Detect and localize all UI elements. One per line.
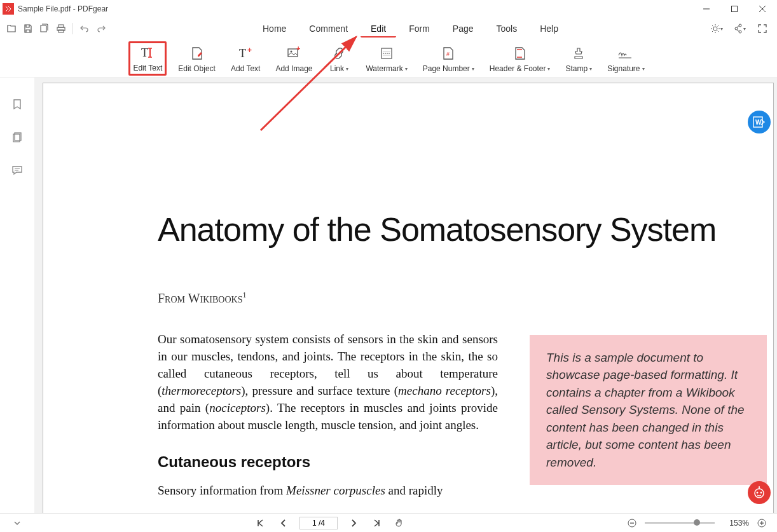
- prev-page-button[interactable]: [277, 516, 291, 530]
- edit-text-icon: T: [140, 44, 155, 61]
- svg-point-18: [735, 27, 738, 30]
- save-all-button[interactable]: [37, 21, 52, 36]
- last-page-button[interactable]: [369, 516, 383, 530]
- stamp-button[interactable]: Stamp▾: [561, 43, 596, 76]
- edit-object-button[interactable]: Edit Object: [174, 43, 219, 76]
- header-footer-icon: [513, 45, 527, 62]
- svg-text:+: +: [296, 46, 300, 52]
- edit-text-label: Edit Text: [133, 64, 162, 72]
- svg-point-44: [757, 492, 759, 494]
- fullscreen-button[interactable]: [754, 20, 771, 37]
- add-text-button[interactable]: T+ Add Text: [227, 43, 264, 76]
- link-label: Link: [330, 64, 344, 73]
- convert-to-word-button[interactable]: W: [748, 111, 771, 133]
- zoom-in-button[interactable]: [755, 517, 768, 529]
- status-bar: 153%: [0, 513, 777, 532]
- watermark-icon: [380, 45, 394, 62]
- signature-icon: [617, 45, 634, 62]
- svg-point-8: [713, 27, 717, 31]
- menu-item-home[interactable]: Home: [252, 20, 296, 38]
- app-icon: [3, 3, 14, 15]
- svg-line-14: [718, 31, 719, 32]
- add-text-label: Add Text: [231, 64, 260, 73]
- print-button[interactable]: [53, 21, 69, 36]
- page-number-input[interactable]: [299, 517, 338, 529]
- save-button[interactable]: [20, 21, 36, 36]
- link-button[interactable]: Link▾: [324, 43, 354, 76]
- svg-rect-5: [58, 25, 64, 27]
- svg-line-16: [718, 25, 719, 27]
- header-footer-button[interactable]: Header & Footer▾: [486, 43, 554, 76]
- edit-text-button[interactable]: T Edit Text: [128, 41, 167, 76]
- edit-object-label: Edit Object: [178, 64, 216, 73]
- menu-item-form[interactable]: Form: [399, 20, 440, 38]
- brightness-button[interactable]: ▾: [708, 20, 725, 37]
- sidebar-collapse-button[interactable]: [10, 516, 24, 530]
- bookmarks-panel-button[interactable]: [8, 95, 26, 113]
- svg-point-43: [755, 489, 764, 498]
- close-button[interactable]: [755, 2, 769, 16]
- document-title: Anatomy of the Somatosensory System: [43, 121, 773, 249]
- stamp-label: Stamp: [565, 64, 588, 73]
- menu-row: HomeCommentEditFormPageToolsHelp ▾ ▾: [0, 18, 777, 39]
- svg-text:T: T: [141, 46, 148, 59]
- left-sidebar: [0, 78, 34, 513]
- svg-point-47: [759, 486, 760, 488]
- share-button[interactable]: ▾: [731, 20, 748, 37]
- document-subtitle: From Wikibooks1: [43, 249, 773, 306]
- stamp-icon: [572, 45, 586, 62]
- document-canvas[interactable]: Anatomy of the Somatosensory System From…: [34, 78, 777, 513]
- edit-object-icon: [190, 45, 204, 62]
- svg-line-15: [712, 31, 713, 32]
- ai-assistant-button[interactable]: [748, 481, 771, 504]
- redo-button[interactable]: [93, 21, 109, 36]
- svg-text:T: T: [239, 47, 246, 60]
- page-number-label: Page Number: [423, 64, 470, 73]
- menu-item-help[interactable]: Help: [530, 20, 568, 38]
- window-title: Sample File.pdf - PDFgear: [18, 4, 699, 13]
- section-heading: Cutaneous receptors: [158, 451, 498, 473]
- watermark-label: Watermark: [366, 64, 402, 73]
- maximize-button[interactable]: [727, 2, 741, 16]
- add-image-icon: +: [287, 45, 301, 62]
- svg-rect-2: [732, 6, 738, 12]
- svg-point-45: [760, 492, 762, 494]
- comments-panel-button[interactable]: [8, 161, 26, 179]
- signature-label: Signature: [607, 64, 640, 73]
- add-text-icon: T+: [238, 45, 253, 62]
- link-icon: [332, 45, 346, 62]
- first-page-button[interactable]: [254, 516, 268, 530]
- thumbnails-panel-button[interactable]: [8, 128, 26, 146]
- zoom-level-label: 153%: [721, 519, 749, 528]
- header-footer-label: Header & Footer: [490, 64, 546, 73]
- svg-text:+: +: [247, 46, 252, 55]
- zoom-out-button[interactable]: [626, 517, 638, 529]
- undo-button[interactable]: [77, 21, 92, 36]
- add-image-button[interactable]: + Add Image: [272, 43, 316, 76]
- page-number-icon: #: [441, 45, 455, 62]
- svg-text:W: W: [755, 119, 762, 126]
- edit-ribbon: T Edit Text Edit Object T+ Add Text + Ad…: [0, 39, 777, 78]
- menu-item-tools[interactable]: Tools: [486, 20, 528, 38]
- zoom-slider[interactable]: [645, 522, 715, 524]
- svg-line-13: [712, 25, 713, 27]
- next-page-button[interactable]: [347, 516, 361, 530]
- document-body: Our somatosensory system consists of sen…: [158, 331, 498, 511]
- pdf-page: Anatomy of the Somatosensory System From…: [43, 83, 774, 513]
- signature-button[interactable]: Signature▾: [603, 43, 648, 76]
- minimize-button[interactable]: [699, 2, 713, 16]
- svg-text:#: #: [446, 51, 450, 57]
- title-bar: Sample File.pdf - PDFgear: [0, 0, 777, 18]
- add-image-label: Add Image: [275, 64, 312, 73]
- menu-item-comment[interactable]: Comment: [299, 20, 358, 38]
- document-sidebar-callout: This is a sample document to showcase pa…: [530, 335, 767, 486]
- menu-item-edit[interactable]: Edit: [361, 20, 396, 38]
- open-file-button[interactable]: [4, 21, 19, 36]
- watermark-button[interactable]: Watermark▾: [362, 43, 411, 76]
- svg-point-27: [291, 51, 292, 53]
- hand-tool-button[interactable]: [392, 516, 406, 530]
- menu-item-page[interactable]: Page: [443, 20, 484, 38]
- page-number-button[interactable]: # Page Number▾: [419, 43, 478, 76]
